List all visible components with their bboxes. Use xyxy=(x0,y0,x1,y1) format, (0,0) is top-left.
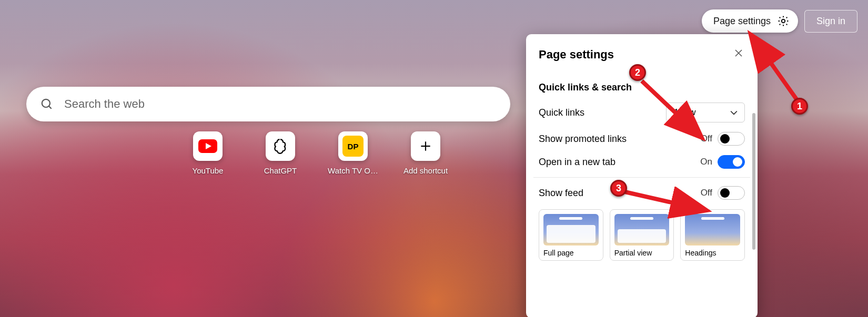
show-feed-state: Off xyxy=(701,188,712,198)
feed-layout-label: Full page xyxy=(543,249,599,257)
feed-layout-option[interactable]: Partial view xyxy=(610,209,674,261)
plus-icon xyxy=(419,139,432,153)
search-bar[interactable] xyxy=(26,87,510,121)
page-settings-button[interactable]: Page settings xyxy=(702,9,798,33)
divider xyxy=(533,177,750,178)
sign-in-button[interactable]: Sign in xyxy=(804,10,857,33)
open-new-tab-toggle[interactable] xyxy=(718,155,745,169)
svg-line-2 xyxy=(49,106,52,109)
quick-link-tile[interactable]: Add shortcut xyxy=(405,131,447,175)
show-feed-toggle[interactable] xyxy=(718,186,745,200)
show-feed-label: Show feed xyxy=(539,188,583,199)
feed-layout-thumb xyxy=(614,214,670,246)
feed-layout-option[interactable]: Headings xyxy=(680,209,745,261)
feed-layout-label: Partial view xyxy=(614,249,670,257)
feed-layout-option[interactable]: Full page xyxy=(539,209,603,261)
page-settings-label: Page settings xyxy=(713,16,771,27)
search-input[interactable] xyxy=(64,97,497,111)
sign-in-label: Sign in xyxy=(816,16,845,26)
quick-link-tile[interactable]: YouTube xyxy=(187,131,229,175)
annotation-badge-2: 2 xyxy=(629,64,646,81)
annotation-badge-1: 1 xyxy=(791,98,808,115)
dp-icon: DP xyxy=(338,131,368,161)
quick-link-tile[interactable]: DPWatch TV O… xyxy=(332,131,374,175)
svg-point-0 xyxy=(782,19,785,23)
quick-links-select[interactable]: 1 row xyxy=(666,103,745,122)
tile-label: Watch TV O… xyxy=(328,166,378,175)
chatgpt-icon xyxy=(266,131,295,161)
feed-layout-thumb xyxy=(685,214,740,246)
gear-icon xyxy=(777,15,790,27)
quick-links-value: 1 row xyxy=(674,107,696,117)
open-new-tab-state: On xyxy=(700,157,712,167)
tile-label: ChatGPT xyxy=(264,166,297,175)
close-icon xyxy=(734,49,743,57)
svg-point-1 xyxy=(42,99,50,107)
tile-label: Add shortcut xyxy=(403,166,448,175)
add-icon xyxy=(411,131,440,161)
youtube-icon xyxy=(193,131,223,161)
show-promoted-label: Show promoted links xyxy=(539,134,627,145)
feed-layout-thumb xyxy=(543,214,599,246)
annotation-badge-3: 3 xyxy=(610,180,627,197)
open-new-tab-label: Open in a new tab xyxy=(539,157,615,168)
quick-link-tile[interactable]: ChatGPT xyxy=(259,131,301,175)
show-promoted-state: Off xyxy=(701,134,712,144)
tile-label: YouTube xyxy=(193,166,224,175)
close-button[interactable] xyxy=(731,46,746,63)
quick-links-section-heading: Quick links & search xyxy=(539,82,745,93)
scrollbar[interactable] xyxy=(752,113,755,250)
feed-layout-label: Headings xyxy=(685,249,740,257)
chevron-down-icon xyxy=(729,107,739,118)
show-promoted-toggle[interactable] xyxy=(718,132,745,146)
quick-links-label: Quick links xyxy=(539,107,584,118)
svg-line-7 xyxy=(752,37,797,100)
popup-title: Page settings xyxy=(539,48,614,62)
search-icon xyxy=(40,97,54,111)
